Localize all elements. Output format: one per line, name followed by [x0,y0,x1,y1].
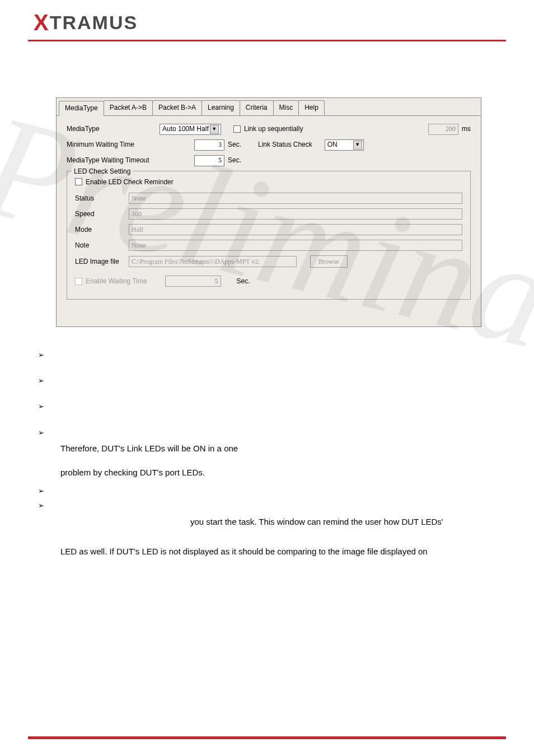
row-mediatype: MediaType Auto 100M Half ▼ Link up seque… [67,124,471,135]
led-group-title: LED Check Setting [72,166,133,177]
enable-led-checkbox[interactable] [75,178,82,185]
dropdown-arrow-icon: ▼ [210,125,219,134]
tab-bar: MediaType Packet A->B Packet B->A Learni… [57,98,481,116]
mode-label: Mode [75,225,125,235]
linkstatus-select[interactable]: ON ▼ [325,139,364,151]
linkstatus-label: Link Status Check [258,139,312,150]
bullet-3: ➢ [38,401,500,412]
enable-wait-checkbox[interactable] [75,278,82,285]
logo-rest: TRAMUS [50,12,138,33]
bullet-1: ➢ [38,349,500,361]
row-enable-wait: Enable Waiting Time Sec. [75,276,462,287]
linkup-seq-checkbox[interactable] [233,125,241,133]
linkstatus-value: ON [327,139,338,150]
mode-input [129,224,462,235]
mediatype-label: MediaType [67,124,156,134]
page-content: Preliminary MediaType Packet A->B Packet… [0,41,534,576]
body-text-block: ➢ ➢ ➢ ➢ Therefore, DUT's Link LEDs will … [34,349,500,558]
dropdown-arrow-icon: ▼ [353,141,362,150]
row-mode: Mode [75,224,462,235]
row-minwait: Minimum Waiting Time Sec. Link Status Ch… [67,139,471,151]
tab-learning[interactable]: Learning [202,100,240,115]
row-mediatimeout: MediaType Waiting Timeout Sec. [67,155,471,166]
tab-packet-ab[interactable]: Packet A->B [104,100,153,115]
led-image-input [129,256,297,267]
linkup-seq-label: Link up sequentially [244,124,303,134]
tab-mediatype[interactable]: MediaType [59,101,104,116]
tab-misc[interactable]: Misc [273,100,299,115]
chevron-icon: ➢ [38,500,54,511]
mediatimeout-unit: Sec. [228,155,241,166]
minwait-label: Minimum Waiting Time [67,139,156,150]
bullet-6: ➢ [38,500,500,511]
mediatimeout-value[interactable] [194,155,224,166]
body-line-1: Therefore, DUT's Link LEDs will be ON in… [60,442,500,455]
bullet-5: ➢ [38,486,500,497]
footer-rule [28,736,506,739]
minwait-value[interactable] [194,139,224,151]
note-label: Note [75,240,125,251]
enable-led-label: Enable LED Check Reminder [86,177,174,188]
bullet-2: ➢ [38,375,500,386]
led-check-groupbox: LED Check Setting Enable LED Check Remin… [67,171,471,300]
mediatimeout-label: MediaType Waiting Timeout [67,155,156,166]
row-enable-led: Enable LED Check Reminder [75,177,462,188]
status-input [129,193,462,204]
body-line-3: you start the task. This window can remi… [190,515,500,528]
row-speed: Speed [75,208,462,220]
form-area: MediaType Auto 100M Half ▼ Link up seque… [57,116,481,305]
row-note: Note [75,240,462,251]
mediatype-value: Auto 100M Half [162,124,209,134]
chevron-icon: ➢ [38,349,54,361]
chevron-icon: ➢ [38,427,54,438]
tab-criteria[interactable]: Criteria [240,100,274,115]
minwait-unit: Sec. [228,139,241,150]
led-image-label: LED Image file [75,256,125,267]
row-led-image: LED Image file Browse [75,255,462,268]
linkup-seq-value[interactable] [428,124,458,135]
speed-label: Speed [75,209,125,220]
tab-help[interactable]: Help [298,100,325,115]
enable-wait-label: Enable Waiting Time [86,276,147,287]
chevron-icon: ➢ [38,401,54,412]
enable-wait-value [165,276,221,287]
speed-input [129,208,462,220]
row-status: Status [75,193,462,204]
enable-wait-unit: Sec. [237,276,250,287]
status-label: Status [75,193,125,204]
note-input [129,240,462,251]
chevron-icon: ➢ [38,486,54,497]
browse-button[interactable]: Browse [310,255,348,268]
body-line-2: problem by checking DUT's port LEDs. [60,466,500,479]
logo-letter-x: X [34,10,50,35]
linkup-seq-unit: ms [462,124,471,134]
bullet-4: ➢ [38,427,500,438]
page-footer [0,736,534,756]
tab-packet-ba[interactable]: Packet B->A [152,100,202,115]
body-line-4: LED as well. If DUT's LED is not display… [60,545,500,558]
mediatype-select[interactable]: Auto 100M Half ▼ [160,124,221,135]
settings-dialog: MediaType Packet A->B Packet B->A Learni… [56,97,481,327]
chevron-icon: ➢ [38,375,54,386]
brand-logo: XTRAMUS [34,10,500,35]
page-header: XTRAMUS [0,0,534,40]
